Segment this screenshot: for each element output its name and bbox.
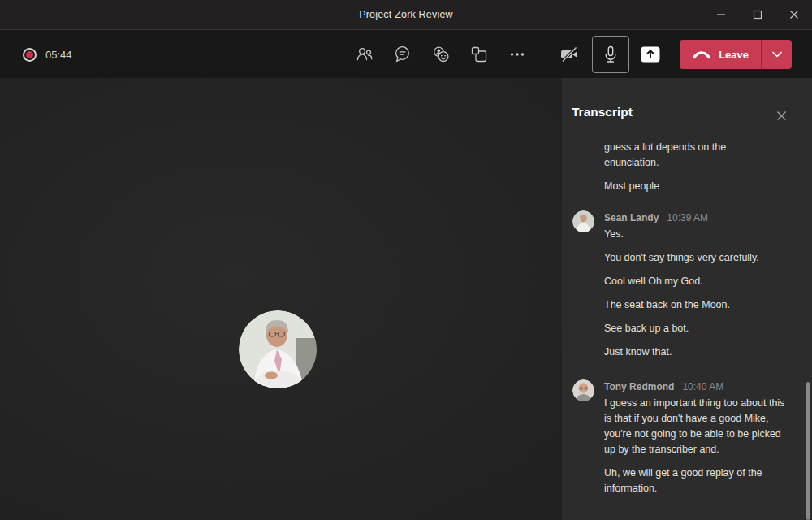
speaker-header: Tony Redmond10:40 AM: [604, 379, 793, 393]
speaker-avatar: [572, 379, 594, 401]
participants-button[interactable]: [345, 30, 383, 79]
transcript-panel: Transcript guess a lot depends on the en…: [562, 78, 812, 520]
transcript-message: Yes.: [604, 227, 793, 242]
speaker-photo: [572, 379, 594, 401]
meeting-stage: [0, 78, 562, 520]
camera-off-icon: [559, 44, 580, 65]
meeting-timer: 05:44: [45, 49, 72, 61]
speaker-avatar: [572, 210, 594, 232]
leave-split-button: Leave: [680, 40, 792, 69]
close-button[interactable]: [775, 0, 812, 29]
maximize-icon: [753, 10, 762, 20]
transcript-entry-tony-redmond: Tony Redmond10:40 AM I guess an importan…: [604, 379, 793, 496]
camera-off-button[interactable]: [550, 30, 589, 79]
speaker-name: Sean Landy: [604, 212, 659, 223]
transcript-message: Just know that.: [604, 344, 793, 360]
message-timestamp: 10:39 AM: [667, 212, 708, 223]
speaker-name: Tony Redmond: [604, 381, 674, 392]
leave-button-label: Leave: [719, 49, 749, 61]
speaker-header: Sean Landy10:39 AM: [604, 210, 793, 224]
transcript-message: You don't say things very carefully.: [604, 250, 793, 266]
transcript-message: Cool well Oh my God.: [604, 274, 793, 289]
speaker-photo: [572, 210, 594, 232]
transcript-scroll-area[interactable]: guess a lot depends on the enunciation. …: [562, 135, 812, 520]
minimize-button[interactable]: [702, 0, 739, 29]
share-button[interactable]: [633, 30, 668, 79]
transcript-message: I guess an important thing too about thi…: [604, 396, 793, 457]
transcript-content: guess a lot depends on the enunciation. …: [604, 135, 793, 496]
recording-status: 05:44: [23, 30, 72, 79]
toolbar-controls: Leave: [345, 30, 812, 79]
phone-hangup-icon: [692, 47, 711, 62]
transcript-scrollbar[interactable]: [806, 382, 810, 520]
reactions-button[interactable]: [421, 30, 460, 79]
transcript-message: Uh, we will get a good replay of the inf…: [604, 466, 793, 496]
breakout-rooms-button[interactable]: [460, 30, 498, 79]
reactions-icon: [431, 45, 451, 64]
chevron-down-icon: [771, 50, 783, 58]
meeting-toolbar: 05:44: [0, 29, 812, 78]
transcript-scrollback: guess a lot depends on the enunciation. …: [604, 140, 793, 194]
toolbar-divider: [538, 44, 538, 65]
transcript-message: The seat back on the Moon.: [604, 297, 793, 313]
chat-icon: [393, 45, 412, 64]
participant-avatar: [239, 310, 317, 388]
breakout-rooms-icon: [469, 45, 489, 64]
minimize-icon: [716, 10, 726, 20]
chat-button[interactable]: [383, 30, 421, 79]
microphone-button[interactable]: [592, 36, 629, 73]
participants-icon: [355, 45, 374, 64]
transcript-entry-body: Sean Landy10:39 AM Yes. You don't say th…: [604, 210, 793, 360]
transcript-entry-sean-landy: Sean Landy10:39 AM Yes. You don't say th…: [604, 210, 793, 360]
transcript-close-button[interactable]: [773, 107, 789, 124]
transcript-title: Transcript: [572, 105, 633, 119]
transcript-message: Most people: [604, 179, 793, 194]
transcript-message: guess a lot depends on the enunciation.: [604, 140, 767, 171]
transcript-header: Transcript: [562, 78, 812, 135]
more-icon: [508, 45, 527, 64]
microphone-icon: [601, 45, 620, 64]
maximize-button[interactable]: [739, 0, 775, 29]
participant-photo: [239, 310, 317, 388]
transcript-message: See back up a bot.: [604, 321, 793, 336]
share-icon: [640, 45, 661, 64]
message-timestamp: 10:40 AM: [682, 381, 723, 392]
close-icon: [789, 10, 799, 20]
more-actions-button[interactable]: [498, 30, 536, 79]
titlebar: Project Zork Review: [0, 0, 812, 29]
window-title: Project Zork Review: [0, 0, 812, 29]
leave-button[interactable]: Leave: [680, 40, 761, 69]
recording-indicator-icon: [26, 51, 33, 58]
leave-options-button[interactable]: [762, 40, 792, 69]
transcript-entry-body: Tony Redmond10:40 AM I guess an importan…: [604, 379, 793, 496]
close-icon: [776, 110, 787, 121]
window-controls: [702, 0, 812, 29]
